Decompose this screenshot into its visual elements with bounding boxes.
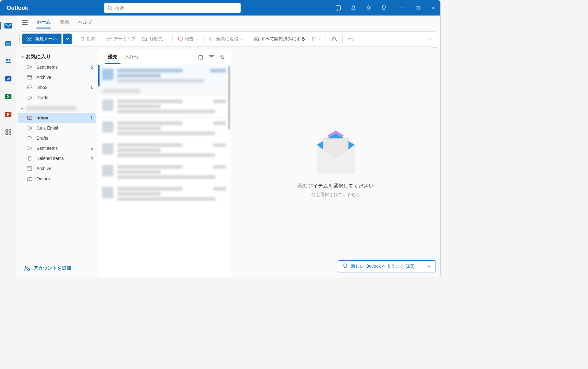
folder-sent-account[interactable]: Sent Items5 [18,143,96,153]
message-row[interactable] [98,118,231,139]
tab-view[interactable]: 表示 [60,17,69,28]
rail-people-icon[interactable] [4,57,13,66]
search-box[interactable] [104,3,241,13]
avatar-redacted [102,121,113,133]
new-mail-label: 新規メール [35,36,57,42]
folder-drafts-account[interactable]: Drafts [18,133,96,143]
notes-icon[interactable] [335,5,341,11]
maximize-button[interactable] [415,5,421,11]
svg-rect-22 [9,133,11,135]
message-row[interactable] [98,183,231,205]
folder-deleted[interactable]: Deleted Items4 [18,153,96,163]
more-button[interactable] [423,36,434,42]
archive-icon [107,37,112,41]
search-input[interactable] [115,5,237,10]
svg-line-1 [111,9,112,10]
tab-focused[interactable]: 優先 [105,51,120,64]
bell-icon[interactable] [350,5,357,11]
new-mail-button[interactable]: 新規メール [22,34,61,44]
rail-calendar-icon[interactable] [4,39,13,48]
svg-rect-20 [9,130,11,131]
minimize-button[interactable] [400,5,406,11]
avatar-redacted [102,187,113,198]
svg-point-33 [429,39,430,40]
message-row[interactable] [98,96,231,118]
flag-button[interactable] [309,35,323,43]
tab-help[interactable]: ヘルプ [78,17,92,28]
empty-state-subtitle: 何も選択されていません [311,192,360,198]
svg-point-31 [335,37,336,39]
teams-button[interactable] [328,35,340,43]
tab-other[interactable]: その他 [120,51,141,63]
svg-point-11 [6,59,8,61]
reading-pane: 読むアイテムを選択してください 何も選択されていません 新しい Outlook … [231,50,440,277]
sort-icon[interactable] [220,55,225,60]
ribbon: 新規メール 削除 アーカイブ 移動先 報告 [19,31,437,47]
folder-junk[interactable]: Junk Email [18,123,96,133]
people-icon [331,36,337,41]
svg-point-30 [332,37,334,39]
add-account-button[interactable]: アカウントを追加 [18,261,96,277]
hamburger-icon[interactable] [22,20,28,25]
svg-rect-2 [336,6,340,10]
svg-rect-28 [107,38,111,41]
date-header-redacted [98,87,231,96]
folder-sent-items[interactable]: Sent Items5 [18,62,96,72]
folder-outbox[interactable]: Outbox [18,174,96,184]
report-button[interactable]: 報告 [175,34,201,44]
svg-rect-10 [6,42,10,46]
mark-all-read-button[interactable]: すべて開封済みにする [251,34,308,44]
send-icon [27,146,32,150]
archive-button[interactable]: アーカイブ [104,34,138,44]
svg-rect-35 [28,75,32,77]
undo-button[interactable] [345,35,355,43]
filter-icon[interactable] [209,55,214,60]
select-mode-icon[interactable] [198,55,203,60]
message-row[interactable] [98,139,231,161]
lightbulb-icon [343,264,348,269]
tab-home[interactable]: ホーム [36,16,51,29]
avatar-redacted [102,165,113,176]
welcome-banner[interactable]: 新しい Outlook へようこそ (1/5) [338,260,436,272]
archive-icon [27,166,32,171]
svg-rect-8 [4,23,12,29]
folder-archive[interactable]: Archive [18,72,96,82]
reply-all-icon [209,37,214,41]
folder-archive-account[interactable]: Archive [18,163,96,174]
new-mail-dropdown[interactable] [63,34,72,44]
draft-icon [27,136,32,140]
favorites-header[interactable]: お気に入り [18,52,96,62]
chevron-down-icon [21,56,24,58]
rail-apps-icon[interactable] [4,128,13,137]
svg-point-32 [427,39,428,40]
rail-excel-icon[interactable]: X [4,92,13,101]
move-button[interactable]: 移動先 [139,34,170,44]
close-button[interactable] [430,5,436,11]
folder-inbox-account[interactable]: Inbox1 [18,113,96,123]
svg-point-34 [430,39,431,40]
delete-button[interactable]: 削除 [77,34,103,44]
mail-open-icon [253,36,259,41]
rail-word-icon[interactable]: W [4,74,13,83]
message-rows[interactable] [98,65,231,277]
ellipsis-icon [426,38,432,40]
lightbulb-icon[interactable] [381,5,387,11]
rail-mail-icon[interactable] [4,21,13,30]
titlebar: Outlook [0,0,440,16]
gear-icon[interactable] [365,5,372,11]
send-icon [27,65,32,69]
account-header[interactable] [18,103,96,113]
trash-icon [80,36,85,41]
svg-point-3 [368,7,370,9]
folder-inbox[interactable]: Inbox1 [18,82,96,92]
scrollbar[interactable] [228,66,230,130]
message-row[interactable] [98,161,231,183]
folder-drafts[interactable]: Drafts [18,92,96,103]
svg-point-0 [108,6,111,9]
reply-all-button[interactable]: 全員に返信 [206,34,245,44]
svg-rect-36 [28,77,32,79]
avatar-redacted [102,143,113,155]
rail-powerpoint-icon[interactable]: P [4,110,13,119]
message-row[interactable] [98,65,231,87]
message-list-tabs: 優先 その他 [98,50,231,65]
